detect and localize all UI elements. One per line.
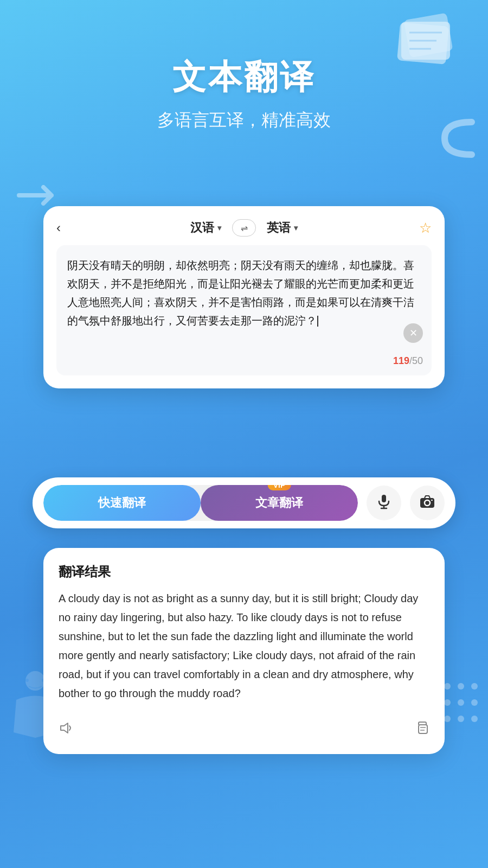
vip-badge: VIP [268,485,291,490]
svg-point-17 [458,699,464,706]
copy-button[interactable] [414,720,429,739]
svg-point-13 [471,683,478,690]
camera-button[interactable] [410,486,445,520]
swap-icon: ⇌ [241,223,248,233]
char-max: 50 [412,355,423,366]
book-decoration [390,11,461,71]
input-text: 阴天没有晴天的明朗，却依然明亮；阴天没有雨天的缠绵，却也朦胧。喜欢阴天，并不是拒… [67,256,421,330]
result-actions [59,714,429,739]
article-translate-label: 文章翻译 [255,496,303,509]
result-text: A cloudy day is not as bright as a sunny… [59,589,429,703]
input-area[interactable]: 阴天没有晴天的明朗，却依然明亮；阴天没有雨天的缠绵，却也朦胧。喜欢阴天，并不是拒… [56,245,432,375]
fast-translate-button[interactable]: 快速翻译 [43,485,201,521]
source-language-label: 汉语 [190,220,214,236]
input-text-content: 阴天没有晴天的明朗，却依然明亮；阴天没有雨天的缠绵，却也朦胧。喜欢阴天，并不是拒… [67,259,414,327]
clear-icon: ✕ [409,327,418,339]
svg-point-7 [25,679,29,682]
svg-rect-29 [431,500,433,501]
svg-rect-24 [382,495,386,502]
article-translate-button[interactable]: VIP 文章翻译 [201,485,358,521]
mic-icon [376,493,392,513]
target-lang-arrow-icon: ▾ [294,224,298,232]
microphone-button[interactable] [367,486,401,520]
svg-point-11 [444,683,451,690]
svg-rect-27 [420,498,434,508]
svg-point-16 [444,699,451,706]
swap-languages-button[interactable]: ⇌ [232,219,256,237]
svg-point-23 [471,716,478,722]
svg-point-21 [444,716,451,722]
text-cursor [317,316,318,327]
target-language-selector[interactable]: 英语 ▾ [267,220,298,236]
svg-rect-31 [419,725,427,733]
svg-point-12 [458,683,464,690]
action-bar: 快速翻译 VIP 文章翻译 [33,477,455,528]
target-language-label: 英语 [267,220,291,236]
svg-point-22 [458,716,464,722]
char-count: 119/50 [393,355,423,367]
camera-icon [419,493,435,513]
fast-translate-label: 快速翻译 [98,496,146,509]
svg-point-18 [471,699,478,706]
svg-rect-2 [397,22,449,65]
source-language-selector[interactable]: 汉语 ▾ [190,220,221,236]
speaker-button[interactable] [59,720,74,739]
svg-marker-30 [61,723,68,733]
sub-title: 多语言互译，精准高效 [0,108,488,132]
translate-buttons-group: 快速翻译 VIP 文章翻译 [43,485,358,521]
result-title: 翻译结果 [59,563,429,580]
clear-button[interactable]: ✕ [403,323,423,343]
main-input-card: ‹ 汉语 ▾ ⇌ 英语 ▾ ☆ 阴天没有晴天的明朗，却依然明亮；阴天没有雨天的缠… [43,206,445,388]
source-lang-arrow-icon: ▾ [217,224,221,232]
char-current: 119 [393,355,409,366]
back-button[interactable]: ‹ [56,220,61,235]
result-card: 翻译结果 A cloudy day is not as bright as a … [43,548,445,754]
favorite-button[interactable]: ☆ [419,220,432,237]
language-bar: ‹ 汉语 ▾ ⇌ 英语 ▾ ☆ [43,206,445,245]
